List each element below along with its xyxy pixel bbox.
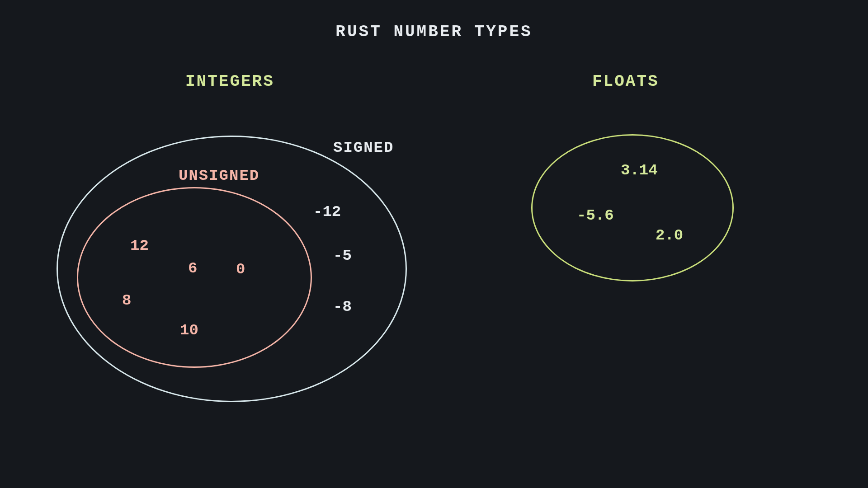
signed-label: SIGNED bbox=[333, 139, 394, 156]
float-value: -5.6 bbox=[577, 207, 614, 224]
diagram-title: RUST NUMBER TYPES bbox=[335, 23, 532, 41]
unsigned-value: 0 bbox=[236, 261, 245, 278]
unsigned-value: 12 bbox=[130, 237, 149, 254]
floats-ellipse bbox=[531, 134, 734, 282]
integers-section-label: INTEGERS bbox=[185, 72, 274, 91]
float-value: 2.0 bbox=[656, 227, 683, 244]
floats-section-label: FLOATS bbox=[592, 72, 659, 91]
signed-value: -5 bbox=[333, 247, 352, 264]
unsigned-label: UNSIGNED bbox=[179, 167, 259, 184]
unsigned-ellipse bbox=[77, 187, 312, 368]
signed-value: -8 bbox=[333, 298, 352, 315]
unsigned-value: 10 bbox=[180, 322, 198, 339]
unsigned-value: 8 bbox=[122, 292, 131, 309]
signed-value: -12 bbox=[313, 203, 341, 221]
unsigned-value: 6 bbox=[188, 260, 197, 277]
float-value: 3.14 bbox=[621, 162, 658, 179]
